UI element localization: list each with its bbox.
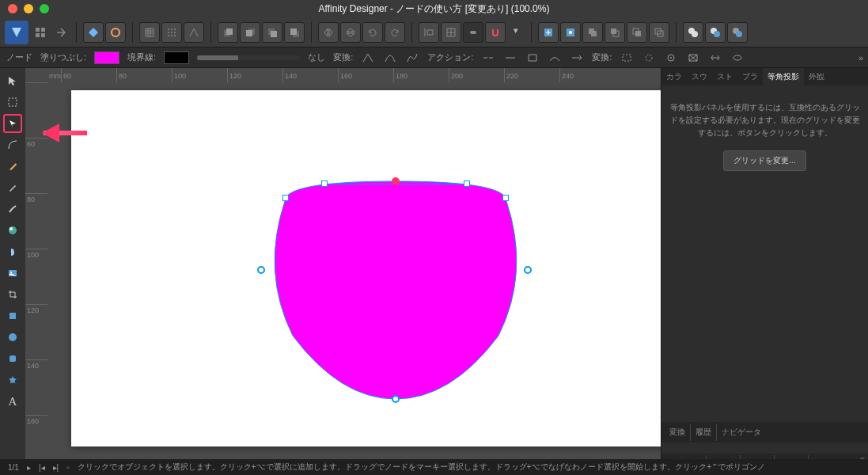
magnet-icon[interactable] bbox=[485, 22, 506, 43]
convert-smart-icon[interactable] bbox=[405, 51, 419, 65]
fill-swatch[interactable] bbox=[94, 51, 119, 64]
hint-text: クリックでオブジェクトを選択します。クリック+⌥で選択に追加します。ドラッグでノ… bbox=[78, 462, 766, 473]
flip-h[interactable] bbox=[318, 22, 339, 43]
grid-icon-3[interactable] bbox=[184, 22, 204, 43]
transparency-tool[interactable] bbox=[3, 242, 22, 261]
order-3[interactable] bbox=[262, 22, 282, 43]
svg-point-43 bbox=[670, 57, 672, 59]
snap-dropdown[interactable]: ▾ bbox=[507, 22, 525, 40]
align-1[interactable] bbox=[419, 22, 439, 43]
toolbar-top: ▾ bbox=[0, 17, 868, 48]
insert-target[interactable] bbox=[538, 22, 559, 43]
zoom-window[interactable] bbox=[40, 4, 49, 13]
action-break-icon[interactable] bbox=[481, 51, 495, 65]
toolbar-arrange-2[interactable] bbox=[105, 22, 126, 43]
action-close-icon[interactable] bbox=[525, 51, 540, 65]
svg-point-12 bbox=[171, 35, 172, 36]
t2-icon-5[interactable] bbox=[708, 51, 722, 65]
change-grid-button[interactable]: グリッドを変更... bbox=[723, 150, 805, 171]
titlebar: Affinity Designer - ノードの使い方 [変更あり] (100.… bbox=[0, 0, 868, 17]
svg-point-46 bbox=[9, 226, 17, 234]
crop-tool[interactable] bbox=[3, 285, 22, 304]
expand-icon[interactable]: » bbox=[859, 53, 863, 63]
persona-export[interactable] bbox=[52, 24, 70, 41]
order-2[interactable] bbox=[240, 22, 260, 43]
fill-tool[interactable] bbox=[3, 221, 22, 240]
artboard-tool[interactable] bbox=[3, 93, 22, 112]
svg-rect-17 bbox=[246, 30, 252, 36]
tab-等角投影[interactable]: 等角投影 bbox=[763, 68, 804, 86]
close-window[interactable] bbox=[8, 4, 17, 13]
stroke-width-slider[interactable] bbox=[197, 55, 300, 60]
pen-tool[interactable] bbox=[3, 157, 22, 176]
svg-point-39 bbox=[736, 31, 742, 37]
snap-toggle[interactable] bbox=[463, 22, 483, 43]
action-reverse-icon[interactable] bbox=[570, 51, 584, 65]
grid-icon-1[interactable] bbox=[139, 22, 160, 43]
action-smooth-icon[interactable] bbox=[548, 51, 562, 65]
geom-int[interactable] bbox=[727, 22, 748, 43]
ruler-horizontal: mm6080100120140160180200220240 bbox=[47, 68, 661, 82]
order-1[interactable] bbox=[218, 22, 238, 43]
move-tool[interactable] bbox=[3, 71, 22, 90]
star-tool[interactable] bbox=[3, 370, 22, 390]
tab-履歴[interactable]: 履歴 bbox=[690, 424, 716, 441]
stroke-swatch[interactable] bbox=[164, 51, 189, 64]
bool-2[interactable] bbox=[605, 22, 625, 43]
node-label: ノード bbox=[6, 51, 32, 63]
canvas[interactable] bbox=[47, 82, 661, 474]
tab-スウ[interactable]: スウ bbox=[687, 68, 712, 86]
t2-icon-3[interactable] bbox=[664, 51, 678, 65]
nav-prev-icon[interactable]: |◂ bbox=[39, 463, 45, 472]
svg-rect-19 bbox=[271, 31, 277, 37]
tab-ナビゲータ[interactable]: ナビゲータ bbox=[716, 424, 766, 441]
rotate-cw[interactable] bbox=[385, 22, 405, 43]
iso-message: 等角投影パネルを使用するには、互換性のあるグリッドを設定する必要があります。現在… bbox=[669, 101, 860, 139]
nav-first-icon[interactable]: ▸ bbox=[27, 463, 31, 472]
toolbar-arrange-1[interactable] bbox=[83, 22, 104, 43]
tab-スト[interactable]: スト bbox=[712, 68, 737, 86]
text-tool[interactable]: A bbox=[3, 392, 22, 411]
rectangle-tool[interactable] bbox=[3, 306, 22, 325]
window-title: Affinity Designer - ノードの使い方 [変更あり] (100.… bbox=[319, 2, 550, 16]
rounded-rect-tool[interactable] bbox=[3, 349, 22, 368]
minimize-window[interactable] bbox=[24, 4, 33, 13]
ellipse-tool[interactable] bbox=[3, 328, 22, 347]
selected-shape[interactable] bbox=[261, 177, 530, 407]
insert-inside[interactable] bbox=[560, 22, 581, 43]
tools-panel: A bbox=[0, 68, 25, 474]
t2-icon-1[interactable] bbox=[620, 51, 634, 65]
pencil-tool[interactable] bbox=[3, 178, 22, 197]
svg-point-7 bbox=[174, 28, 176, 30]
toggle-icon[interactable]: ▫ bbox=[66, 463, 70, 472]
persona-pixel[interactable] bbox=[32, 24, 49, 41]
bool-3[interactable] bbox=[627, 22, 647, 43]
convert-smooth-icon[interactable] bbox=[383, 51, 397, 65]
order-4[interactable] bbox=[284, 22, 305, 43]
tab-ブラ[interactable]: ブラ bbox=[737, 68, 763, 86]
convert-sharp-icon[interactable] bbox=[361, 51, 375, 65]
snap-grid[interactable] bbox=[441, 22, 461, 43]
svg-point-44 bbox=[733, 55, 741, 60]
grid-icon-2[interactable] bbox=[161, 22, 182, 43]
t2-icon-4[interactable] bbox=[686, 51, 700, 65]
tab-変換[interactable]: 変換 bbox=[665, 424, 690, 441]
bool-4[interactable] bbox=[649, 22, 669, 43]
brush-tool[interactable] bbox=[3, 200, 22, 218]
rotate-ccw[interactable] bbox=[362, 22, 383, 43]
tab-外観[interactable]: 外観 bbox=[804, 68, 829, 86]
annotation-arrow bbox=[44, 131, 87, 135]
tab-カラ[interactable]: カラ bbox=[661, 68, 687, 86]
place-image-tool[interactable] bbox=[3, 264, 22, 283]
corner-tool[interactable] bbox=[3, 135, 22, 154]
geom-sub[interactable] bbox=[705, 22, 726, 43]
geom-add[interactable] bbox=[683, 22, 703, 43]
flip-v[interactable] bbox=[340, 22, 361, 43]
t2-icon-2[interactable] bbox=[642, 51, 656, 65]
nav-next-icon[interactable]: ▸| bbox=[53, 463, 59, 472]
action-join-icon[interactable] bbox=[503, 51, 517, 65]
node-tool[interactable] bbox=[3, 114, 22, 133]
persona-designer[interactable] bbox=[5, 21, 28, 44]
t2-icon-6[interactable] bbox=[730, 51, 745, 65]
bool-1[interactable] bbox=[582, 22, 603, 43]
